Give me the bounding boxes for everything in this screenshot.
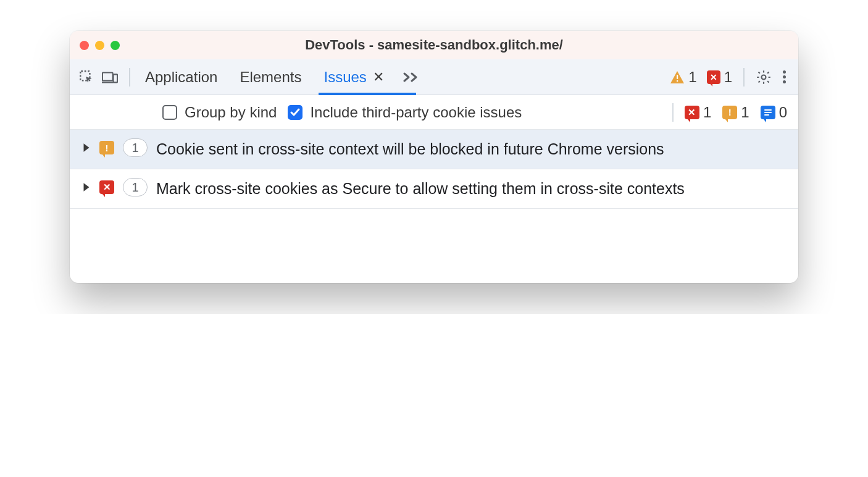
warning-triangle-icon <box>670 70 685 84</box>
devtools-window: DevTools - samesite-sandbox.glitch.me/ A… <box>70 31 798 283</box>
count-value: 1 <box>741 104 749 121</box>
checkbox-label: Include third-party cookie issues <box>310 104 522 121</box>
filter-info-count[interactable]: 0 <box>761 104 787 121</box>
inspect-element-icon[interactable] <box>78 69 94 85</box>
separator <box>743 68 745 87</box>
window-controls <box>80 41 120 50</box>
titlebar: DevTools - samesite-sandbox.glitch.me/ <box>70 31 798 59</box>
tab-label: Elements <box>240 69 301 86</box>
tab-label: Issues <box>323 69 366 86</box>
device-toolbar-icon[interactable] <box>102 69 118 85</box>
error-bubble-icon: ✕ <box>99 180 114 194</box>
window-title: DevTools - samesite-sandbox.glitch.me/ <box>70 37 798 53</box>
svg-point-6 <box>762 75 766 79</box>
warning-bubble-icon: ! <box>722 106 737 119</box>
checkbox-label: Group by kind <box>185 104 277 121</box>
tab-issues[interactable]: Issues ✕ <box>320 59 387 95</box>
tab-label: Application <box>145 69 217 86</box>
header-issue-counts: 1 ✕ 1 <box>670 69 732 86</box>
checkbox-icon <box>162 105 177 120</box>
close-tab-icon[interactable]: ✕ <box>373 69 384 85</box>
more-options-icon[interactable] <box>779 70 790 83</box>
count-value: 1 <box>688 69 696 86</box>
issues-filter-bar: Group by kind Include third-party cookie… <box>70 95 798 130</box>
panel-tabs: Application Elements Issues ✕ <box>141 59 421 95</box>
more-tabs-button[interactable] <box>403 59 421 95</box>
error-bubble-icon: ✕ <box>707 70 720 84</box>
svg-rect-5 <box>677 80 678 82</box>
empty-area <box>70 209 798 283</box>
checkbox-checked-icon <box>288 105 303 120</box>
issue-title: Cookie sent in cross-site context will b… <box>156 138 664 160</box>
filter-warnings-count[interactable]: ! 1 <box>722 104 749 121</box>
filter-counts: ✕ 1 ! 1 0 <box>685 104 787 121</box>
count-value: 1 <box>703 104 711 121</box>
close-window-button[interactable] <box>80 41 89 50</box>
tab-elements[interactable]: Elements <box>236 59 305 95</box>
include-third-party-checkbox[interactable]: Include third-party cookie issues <box>288 104 522 121</box>
tab-application[interactable]: Application <box>141 59 221 95</box>
svg-rect-1 <box>102 72 113 80</box>
issue-row[interactable]: ! 1 Cookie sent in cross-site context wi… <box>70 130 798 169</box>
expand-arrow-icon <box>82 182 91 193</box>
issues-list: ! 1 Cookie sent in cross-site context wi… <box>70 130 798 209</box>
issue-count-badge: 1 <box>123 138 148 157</box>
settings-icon[interactable] <box>756 69 772 85</box>
error-bubble-icon: ✕ <box>685 106 699 119</box>
separator <box>672 103 674 122</box>
main-toolbar: Application Elements Issues ✕ <box>70 59 798 95</box>
zoom-window-button[interactable] <box>111 41 120 50</box>
count-value: 1 <box>724 69 732 86</box>
warning-bubble-icon: ! <box>99 141 114 154</box>
group-by-kind-checkbox[interactable]: Group by kind <box>162 104 277 121</box>
separator <box>129 68 130 87</box>
errors-count[interactable]: ✕ 1 <box>707 69 732 86</box>
svg-rect-4 <box>677 75 678 79</box>
issue-title: Mark cross-site cookies as Secure to all… <box>156 178 685 200</box>
minimize-window-button[interactable] <box>95 41 104 50</box>
issue-count-badge: 1 <box>123 178 148 196</box>
info-bubble-icon <box>761 106 775 119</box>
filter-errors-count[interactable]: ✕ 1 <box>685 104 711 121</box>
issue-row[interactable]: ✕ 1 Mark cross-site cookies as Secure to… <box>70 169 798 209</box>
svg-rect-3 <box>114 74 118 82</box>
expand-arrow-icon <box>82 142 91 153</box>
count-value: 0 <box>779 104 787 121</box>
warnings-count[interactable]: 1 <box>670 69 696 86</box>
